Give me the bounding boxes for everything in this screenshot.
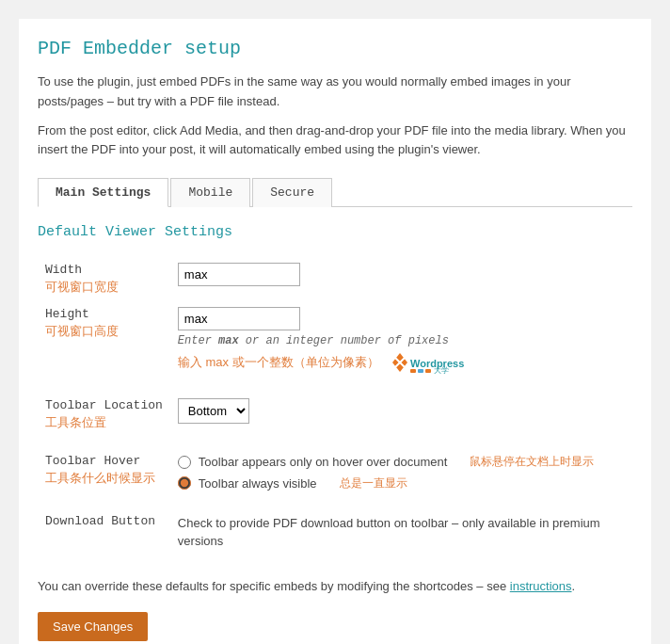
spacer-row-3 <box>38 497 632 508</box>
spacer-row-1 <box>38 381 632 393</box>
toolbar-location-value-cell: Bottom Top None <box>170 393 632 437</box>
width-row: Width 可视窗口宽度 <box>38 257 632 301</box>
height-row: Height 可视窗口高度 Enter max or an integer nu… <box>38 301 632 381</box>
height-hint-zh: 输入 max 或一个整数（单位为像素） <box>178 354 379 371</box>
toolbar-hover-radio-1[interactable] <box>178 456 191 469</box>
footer-text: You can override these defaults for spec… <box>38 577 632 596</box>
download-button-note: Check to provide PDF download button on … <box>178 516 600 549</box>
svg-rect-5 <box>418 369 423 373</box>
spacer-row-2 <box>38 437 632 448</box>
width-input[interactable] <box>178 263 300 286</box>
tabs-row: Main Settings Mobile Secure <box>38 177 632 207</box>
svg-rect-6 <box>425 369 431 373</box>
width-value-cell <box>170 257 632 301</box>
toolbar-hover-value-cell: Toolbar appears only on hover over docum… <box>170 448 632 497</box>
toolbar-hover-radio-row-2: Toolbar always visible 总是一直显示 <box>178 475 625 491</box>
download-button-row: Download Button Check to provide PDF dow… <box>38 508 632 556</box>
height-label: Height 可视窗口高度 <box>38 301 170 381</box>
settings-table: Width 可视窗口宽度 Height 可视窗口高度 Enter max or … <box>38 257 632 556</box>
toolbar-hover-label: Toolbar Hover 工具条什么时候显示 <box>38 448 170 497</box>
page-wrapper: PDF Embedder setup To use the plugin, ju… <box>19 19 651 644</box>
tab-secure[interactable]: Secure <box>252 178 332 207</box>
tab-main-settings[interactable]: Main Settings <box>38 178 168 207</box>
toolbar-location-select[interactable]: Bottom Top None <box>178 398 249 424</box>
download-button-label: Download Button <box>38 508 170 556</box>
toolbar-location-row: Toolbar Location 工具条位置 Bottom Top None <box>38 393 632 437</box>
height-label-zh: 可视窗口高度 <box>45 323 163 340</box>
width-label-zh: 可视窗口宽度 <box>45 279 163 296</box>
instructions-link[interactable]: instructions <box>510 579 572 593</box>
toolbar-hover-label-1: Toolbar appears only on hover over docum… <box>199 455 448 469</box>
watermark-logo: Wordpress 大学 <box>387 349 470 376</box>
description-1: To use the plugin, just embed PDFs in th… <box>38 72 632 112</box>
toolbar-hover-row: Toolbar Hover 工具条什么时候显示 Toolbar appears … <box>38 448 632 497</box>
width-label: Width 可视窗口宽度 <box>38 257 170 301</box>
toolbar-hover-label-zh: 工具条什么时候显示 <box>45 470 163 487</box>
tab-mobile[interactable]: Mobile <box>170 178 250 207</box>
height-value-cell: Enter max or an integer number of pixels… <box>170 301 632 381</box>
toolbar-hover-radio-group: Toolbar appears only on hover over docum… <box>178 454 625 491</box>
toolbar-hover-note-2: 总是一直显示 <box>340 475 407 491</box>
height-input[interactable] <box>178 307 300 330</box>
toolbar-hover-note-1: 鼠标悬停在文档上时显示 <box>470 454 594 470</box>
section-title: Default Viewer Settings <box>38 224 632 240</box>
save-changes-button[interactable]: Save Changes <box>38 612 148 641</box>
description-2: From the post editor, click Add Media, a… <box>38 121 632 161</box>
toolbar-hover-radio-2[interactable] <box>178 476 191 490</box>
height-hint: Enter max or an integer number of pixels <box>178 334 625 347</box>
toolbar-location-label-zh: 工具条位置 <box>45 414 163 431</box>
svg-rect-4 <box>410 369 416 373</box>
page-title: PDF Embedder setup <box>38 38 632 59</box>
toolbar-hover-radio-row-1: Toolbar appears only on hover over docum… <box>178 454 625 470</box>
toolbar-location-label: Toolbar Location 工具条位置 <box>38 393 170 437</box>
svg-text:大学: 大学 <box>434 366 449 375</box>
download-button-value-cell: Check to provide PDF download button on … <box>170 508 632 556</box>
toolbar-hover-label-2: Toolbar always visible <box>199 476 317 491</box>
